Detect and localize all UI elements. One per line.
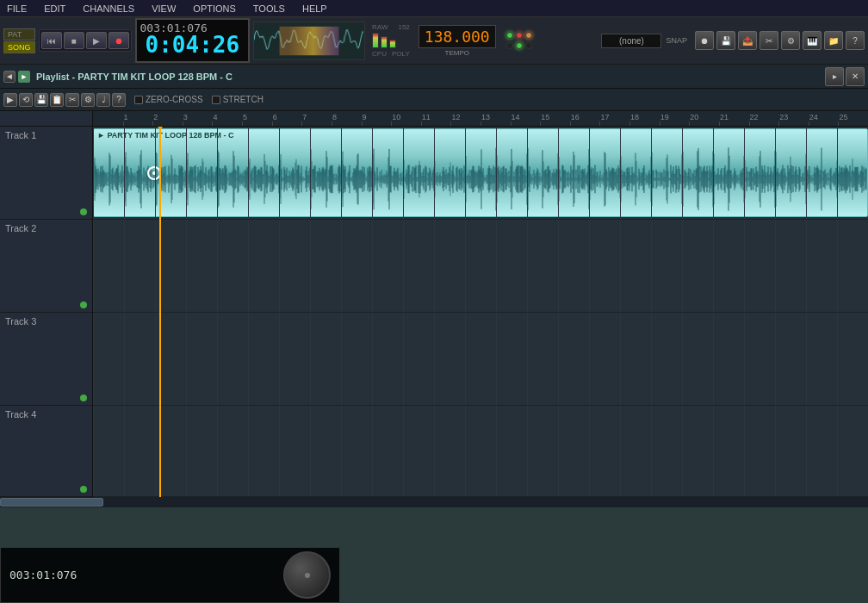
- grid-line: [651, 313, 652, 405]
- grid-line: [186, 220, 187, 312]
- grid-line: [837, 406, 838, 496]
- playlist-header: ◄ ► Playlist - PARTY TIM KIT LOOP 128 BP…: [0, 65, 868, 89]
- rewind-button[interactable]: ⏮: [41, 32, 62, 49]
- track-label-2[interactable]: Track 2: [0, 220, 92, 313]
- audio-clip[interactable]: ► PARTY TIM KIT LOOP 128 BPM - C: [93, 128, 868, 217]
- grid-line: [248, 406, 249, 496]
- grid-line: [93, 127, 94, 219]
- vu-section: RAW 152 CPU POLY: [372, 23, 410, 58]
- grid-line: [527, 127, 528, 219]
- grid-line: [155, 406, 156, 496]
- track-dot-3: [80, 395, 87, 401]
- grid-line: [558, 127, 559, 219]
- tb-copy[interactable]: 📋: [50, 93, 64, 107]
- pat-button[interactable]: PAT: [3, 28, 35, 40]
- plugin-icon-btn[interactable]: ⚙: [781, 31, 800, 50]
- timeline-ruler: 1234567891011121314151617181920212223242…: [0, 111, 868, 127]
- grid-line: [403, 406, 404, 496]
- tb-note[interactable]: ♩: [96, 93, 110, 107]
- menu-edit[interactable]: EDIT: [40, 2, 69, 16]
- export-icon-btn[interactable]: 📤: [738, 31, 757, 50]
- menu-options[interactable]: OPTIONS: [189, 2, 239, 16]
- help-icon-btn[interactable]: ?: [846, 31, 865, 50]
- track-row-2[interactable]: [93, 220, 868, 313]
- tb-new[interactable]: ▶: [3, 93, 17, 107]
- grid-line: [465, 313, 466, 405]
- h-scrollbar[interactable]: [0, 497, 868, 507]
- track-row-3[interactable]: [93, 313, 868, 406]
- play-button[interactable]: ▶: [86, 32, 107, 49]
- track-label-1[interactable]: Track 1: [0, 127, 92, 220]
- track-label-4[interactable]: Track 4: [0, 406, 92, 497]
- grid-line: [465, 127, 466, 219]
- grid-line: [124, 406, 125, 496]
- mixer-icon-btn[interactable]: ✂: [760, 31, 778, 50]
- grid-line: [620, 406, 621, 496]
- clip-label: ► PARTY TIM KIT LOOP 128 BPM - C: [97, 131, 233, 140]
- playlist-expand-btn[interactable]: ▸: [825, 67, 844, 86]
- grid-line: [248, 313, 249, 405]
- grid-line: [217, 313, 218, 405]
- grid-line: [713, 127, 714, 219]
- stop-button[interactable]: ■: [64, 32, 84, 49]
- playlist-collapse-btn[interactable]: ◄: [3, 71, 16, 83]
- stretch-checkbox[interactable]: [212, 96, 220, 104]
- grid-line: [527, 220, 528, 312]
- ruler-mark-22: 23: [779, 113, 788, 121]
- save-icon-btn[interactable]: 💾: [716, 31, 735, 50]
- preset-display[interactable]: (none): [601, 34, 661, 48]
- grid-line: [403, 313, 404, 405]
- grid-line: [248, 127, 249, 219]
- menu-file[interactable]: FILE: [3, 2, 30, 16]
- vu-bar-2: [381, 36, 388, 48]
- ruler-mark-2: 3: [183, 113, 188, 121]
- toolbar: PAT SONG ⏮ ■ ▶ ⏺ 003:01:076 0:04:26 RAW …: [0, 17, 868, 65]
- grid-line: [465, 220, 466, 312]
- tb-loop[interactable]: ⟲: [19, 93, 33, 107]
- grid-line: [806, 406, 807, 496]
- grid-line: [341, 406, 342, 496]
- piano-icon-btn[interactable]: 🎹: [803, 31, 822, 50]
- zero-cross-label: ZERO-CROSS: [146, 95, 203, 104]
- grid-line: [775, 127, 776, 219]
- grid-line: [837, 220, 838, 312]
- grid-line: [744, 313, 745, 405]
- grid-line: [341, 313, 342, 405]
- right-toolbar: (none) SNAP ⏺ 💾 📤 ✂ ⚙ 🎹 📁 ?: [601, 31, 865, 50]
- grid-line: [775, 220, 776, 312]
- bpm-display[interactable]: 138.000: [418, 25, 496, 48]
- record-button[interactable]: ⏺: [108, 32, 129, 49]
- playlist-close-btn[interactable]: ✕: [846, 67, 865, 86]
- ruler-mark-21: 22: [750, 113, 759, 121]
- status-knob[interactable]: [283, 551, 331, 599]
- grid-line: [434, 127, 435, 219]
- record-icon-btn[interactable]: ⏺: [695, 31, 714, 50]
- zero-cross-option[interactable]: ZERO-CROSS: [134, 95, 203, 104]
- zero-cross-checkbox[interactable]: [134, 96, 143, 104]
- tb-settings[interactable]: ⚙: [81, 93, 95, 107]
- track-row-1[interactable]: ► PARTY TIM KIT LOOP 128 BPM - C: [93, 127, 868, 220]
- tb-cut[interactable]: ✂: [65, 93, 79, 107]
- track-label-3[interactable]: Track 3: [0, 313, 92, 406]
- browser-icon-btn[interactable]: 📁: [824, 31, 843, 50]
- menu-view[interactable]: VIEW: [148, 2, 179, 16]
- menu-tools[interactable]: TOOLS: [250, 2, 288, 16]
- grid-line: [434, 406, 435, 496]
- grid-line: [682, 313, 683, 405]
- menu-channels[interactable]: CHANNELS: [79, 2, 138, 16]
- track-row-4[interactable]: [93, 406, 868, 497]
- grid-line: [279, 127, 280, 219]
- tb-save[interactable]: 💾: [34, 93, 48, 107]
- grid-line: [279, 406, 280, 496]
- ruler-content[interactable]: 1234567891011121314151617181920212223242…: [93, 111, 868, 127]
- grid-line: [372, 220, 373, 312]
- ruler-mark-9: 10: [392, 113, 400, 121]
- tb-help[interactable]: ?: [112, 93, 126, 107]
- scrollbar-thumb[interactable]: [0, 498, 103, 507]
- stretch-option[interactable]: STRETCH: [212, 95, 264, 104]
- grid-line: [93, 406, 94, 496]
- menu-help[interactable]: HELP: [299, 2, 331, 16]
- waveform-preview: [253, 22, 365, 60]
- song-button[interactable]: SONG: [3, 41, 35, 53]
- grid-line: [496, 220, 497, 312]
